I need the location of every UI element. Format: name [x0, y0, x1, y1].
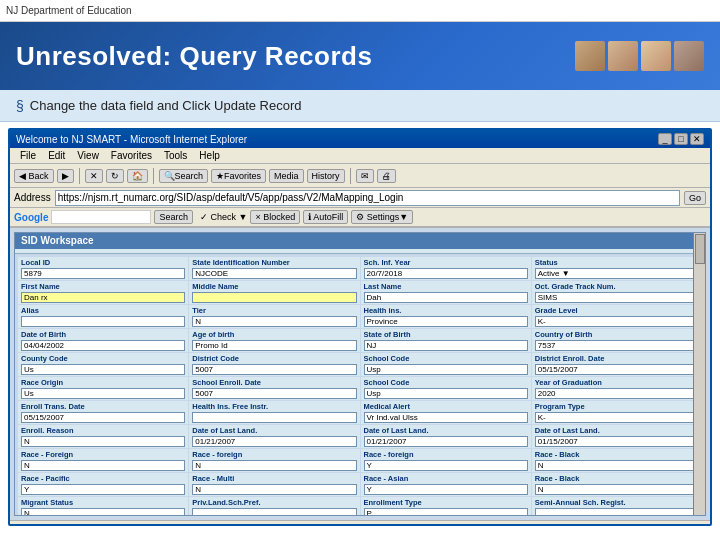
page-title: Unresolved: Query Records: [16, 41, 372, 72]
field-alias: Alias: [18, 305, 188, 328]
field-dob: Date of Birth 04/04/2002: [18, 329, 188, 352]
google-search-input[interactable]: [51, 210, 151, 224]
workspace-header: SID Workspace: [15, 233, 705, 249]
topbar-label: NJ Department of Education: [6, 5, 132, 16]
field-enroll-trans: Enroll Trans. Date 05/15/2007: [18, 401, 188, 424]
field-enroll-reason: Enroll. Reason N: [18, 425, 188, 448]
google-search-button[interactable]: Search: [154, 210, 193, 224]
google-logo: Google: [14, 212, 48, 223]
home-button[interactable]: 🏠: [127, 169, 148, 183]
go-button[interactable]: Go: [684, 191, 706, 205]
field-district-enroll: District Enroll. Date 05/15/2007: [532, 353, 702, 376]
menu-favorites[interactable]: Favorites: [105, 149, 158, 162]
favorites-button[interactable]: ★Favorites: [211, 169, 266, 183]
field-race-multi: Race - Multi N: [189, 473, 359, 496]
refresh-button[interactable]: ↻: [106, 169, 124, 183]
browser-menubar: File Edit View Favorites Tools Help: [10, 148, 710, 164]
field-tier: Tier N: [189, 305, 359, 328]
browser-statusbar: Done Internet: [10, 520, 710, 526]
search-button[interactable]: 🔍Search: [159, 169, 209, 183]
field-grade-level: Grade Level K-: [532, 305, 702, 328]
field-health-insurance: Health Ins. Free Instr.: [189, 401, 359, 424]
field-migrant-status: Migrant Status N: [18, 497, 188, 516]
menu-help[interactable]: Help: [193, 149, 226, 162]
field-race-asian: Race - Asian Y: [361, 473, 531, 496]
photo-1: [575, 41, 605, 71]
field-state-id: State Identification Number NJCODE: [189, 257, 359, 280]
field-county-code: County Code Us: [18, 353, 188, 376]
header-banner: Unresolved: Query Records: [0, 22, 720, 90]
field-school-code-2: School Code Usp: [361, 377, 531, 400]
field-health-ins: Health ins. Province: [361, 305, 531, 328]
menu-view[interactable]: View: [71, 149, 105, 162]
field-race-foreign: Race - Foreign N: [18, 449, 188, 472]
browser-window-controls: _ □ ✕: [658, 133, 704, 145]
browser-title: Welcome to NJ SMART - Microsoft Internet…: [16, 134, 247, 145]
field-age-birth: Age of birth Promo Id: [189, 329, 359, 352]
content-box: SID Workspace Local ID 5879 State Identi…: [14, 232, 706, 516]
field-race-foreign-2: Race - foreign N: [189, 449, 359, 472]
field-middle-name: Middle Name: [189, 281, 359, 304]
close-button[interactable]: ✕: [690, 133, 704, 145]
instruction-bar: Change the data field and Click Update R…: [0, 90, 720, 122]
field-race-foreign-3: Race - foreign Y: [361, 449, 531, 472]
toolbar-separator-1: [79, 168, 80, 184]
print-button[interactable]: 🖨: [377, 169, 396, 183]
field-semi-annual: Semi-Annual Sch. Regist.: [532, 497, 702, 516]
field-date-land-2: Date of Last Land. 01/21/2007: [361, 425, 531, 448]
form-grid: Local ID 5879 State Identification Numbe…: [15, 254, 705, 516]
field-race-black: Race - Black N: [532, 449, 702, 472]
forward-button[interactable]: ▶: [57, 169, 74, 183]
field-program-type: Program Type K-: [532, 401, 702, 424]
scrollbar-thumb[interactable]: [695, 234, 705, 264]
field-enrollment-type: Enrollment Type P: [361, 497, 531, 516]
field-oct-grade: Oct. Grade Track Num. SIMS: [532, 281, 702, 304]
internet-zone: Internet: [675, 524, 706, 527]
field-school-enroll: School Enroll. Date 5007: [189, 377, 359, 400]
field-priv-land: Priv.Land.Sch.Pref.: [189, 497, 359, 516]
google-info-button[interactable]: ℹ AutoFill: [303, 210, 348, 224]
field-race-origin: Race Origin Us: [18, 377, 188, 400]
header-photos: [575, 41, 704, 71]
menu-file[interactable]: File: [14, 149, 42, 162]
field-race-pacific: Race - Pacific Y: [18, 473, 188, 496]
toolbar-separator-3: [350, 168, 351, 184]
field-district-code: District Code 5007: [189, 353, 359, 376]
browser-titlebar: Welcome to NJ SMART - Microsoft Internet…: [10, 130, 710, 148]
address-bar: Address Go: [10, 188, 710, 208]
browser-window: Welcome to NJ SMART - Microsoft Internet…: [8, 128, 712, 526]
topbar: NJ Department of Education: [0, 0, 720, 22]
menu-edit[interactable]: Edit: [42, 149, 71, 162]
minimize-button[interactable]: _: [658, 133, 672, 145]
toolbar-separator-2: [153, 168, 154, 184]
field-race-black-2: Race - Black N: [532, 473, 702, 496]
maximize-button[interactable]: □: [674, 133, 688, 145]
vertical-scrollbar[interactable]: [693, 233, 705, 515]
google-block-button[interactable]: × Blocked: [250, 210, 300, 224]
photo-3: [641, 41, 671, 71]
address-input[interactable]: [55, 190, 680, 206]
field-sch-year: Sch. Inf. Year 20/7/2018: [361, 257, 531, 280]
instruction-text: Change the data field and Click Update R…: [30, 98, 302, 113]
media-button[interactable]: Media: [269, 169, 304, 183]
field-local-id: Local ID 5879: [18, 257, 188, 280]
photo-2: [608, 41, 638, 71]
field-country-birth: Country of Birth 7537: [532, 329, 702, 352]
menu-tools[interactable]: Tools: [158, 149, 193, 162]
history-button[interactable]: History: [307, 169, 345, 183]
address-label: Address: [14, 192, 51, 203]
page-content: SID Workspace Local ID 5879 State Identi…: [10, 228, 710, 520]
google-settings-button[interactable]: ⚙ Settings▼: [351, 210, 413, 224]
mail-button[interactable]: ✉: [356, 169, 374, 183]
field-first-name: First Name Dan rx: [18, 281, 188, 304]
field-state-birth: State of Birth NJ: [361, 329, 531, 352]
field-school-code: School Code Usp: [361, 353, 531, 376]
field-medical-alert: Medical Alert Vr Ind.val Ulss: [361, 401, 531, 424]
browser-toolbar: ◀ Back ▶ ✕ ↻ 🏠 🔍Search ★Favorites Media …: [10, 164, 710, 188]
back-button[interactable]: ◀ Back: [14, 169, 54, 183]
field-date-land-1: Date of Last Land. 01/21/2007: [189, 425, 359, 448]
status-text: Done: [14, 524, 36, 527]
field-date-land-3: Date of Last Land. 01/15/2007: [532, 425, 702, 448]
stop-button[interactable]: ✕: [85, 169, 103, 183]
google-toolbar: Google Search ✓ Check ▼ × Blocked ℹ Auto…: [10, 208, 710, 228]
